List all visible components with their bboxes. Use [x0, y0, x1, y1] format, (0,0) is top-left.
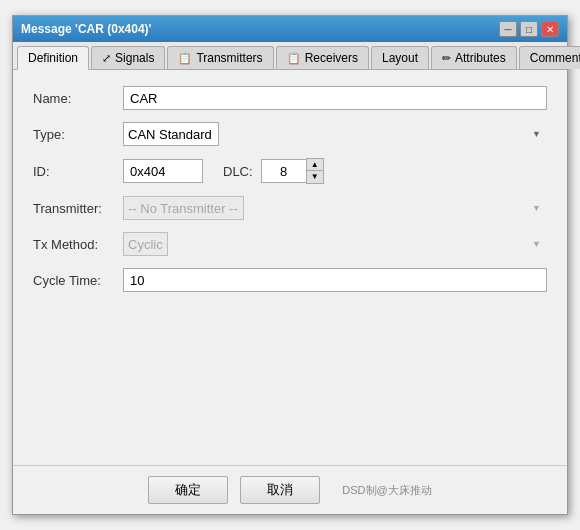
close-button[interactable]: ✕: [541, 21, 559, 37]
tab-receivers[interactable]: 📋 Receivers: [276, 46, 369, 69]
cancel-button[interactable]: 取消: [240, 476, 320, 504]
transmitter-row: Transmitter: -- No Transmitter --: [33, 196, 547, 220]
id-dlc-group: DLC: ▲ ▼: [123, 158, 324, 184]
content-area: Name: Type: CAN Standard CAN Extended J1…: [13, 70, 567, 465]
tab-layout-label: Layout: [382, 51, 418, 65]
type-select-wrapper: CAN Standard CAN Extended J1939 PG: [123, 122, 547, 146]
watermark-text: DSD制@大床推动: [342, 483, 431, 498]
tab-transmitters-label: Transmitters: [196, 51, 262, 65]
tx-method-label: Tx Method:: [33, 237, 123, 252]
tab-signals[interactable]: ⤢ Signals: [91, 46, 165, 69]
transmitter-label: Transmitter:: [33, 201, 123, 216]
tab-attributes-label: Attributes: [455, 51, 506, 65]
tx-method-row: Tx Method: Cyclic: [33, 232, 547, 256]
tx-method-select[interactable]: Cyclic: [123, 232, 168, 256]
type-row: Type: CAN Standard CAN Extended J1939 PG: [33, 122, 547, 146]
footer: 确定 取消 DSD制@大床推动: [13, 465, 567, 514]
dlc-decrement-button[interactable]: ▼: [307, 171, 323, 183]
cycle-time-input[interactable]: [123, 268, 547, 292]
cycle-time-label: Cycle Time:: [33, 273, 123, 288]
tab-definition[interactable]: Definition: [17, 46, 89, 70]
id-input[interactable]: [123, 159, 203, 183]
type-label: Type:: [33, 127, 123, 142]
name-input[interactable]: [123, 86, 547, 110]
name-label: Name:: [33, 91, 123, 106]
id-label: ID:: [33, 164, 123, 179]
maximize-button[interactable]: □: [520, 21, 538, 37]
type-select[interactable]: CAN Standard CAN Extended J1939 PG: [123, 122, 219, 146]
title-buttons: ─ □ ✕: [499, 21, 559, 37]
transmitter-select[interactable]: -- No Transmitter --: [123, 196, 244, 220]
tab-comment-label: Comment: [530, 51, 580, 65]
cycle-time-row: Cycle Time:: [33, 268, 547, 292]
id-row: ID: DLC: ▲ ▼: [33, 158, 547, 184]
title-bar: Message 'CAR (0x404)' ─ □ ✕: [13, 16, 567, 42]
dlc-input[interactable]: [261, 159, 306, 183]
tab-receivers-label: Receivers: [305, 51, 358, 65]
tab-attributes[interactable]: ✏ Attributes: [431, 46, 517, 69]
window-title: Message 'CAR (0x404)': [21, 22, 151, 36]
tab-bar: Definition ⤢ Signals 📋 Transmitters 📋 Re…: [13, 42, 567, 70]
name-row: Name:: [33, 86, 547, 110]
tab-definition-label: Definition: [28, 51, 78, 65]
signals-icon: ⤢: [102, 52, 111, 65]
dlc-spinner: ▲ ▼: [261, 158, 324, 184]
confirm-button[interactable]: 确定: [148, 476, 228, 504]
spinner-buttons: ▲ ▼: [306, 158, 324, 184]
tab-layout[interactable]: Layout: [371, 46, 429, 69]
dlc-label: DLC:: [223, 164, 253, 179]
tab-signals-label: Signals: [115, 51, 154, 65]
transmitters-icon: 📋: [178, 52, 192, 65]
dlc-increment-button[interactable]: ▲: [307, 159, 323, 171]
transmitter-select-wrapper: -- No Transmitter --: [123, 196, 547, 220]
tab-transmitters[interactable]: 📋 Transmitters: [167, 46, 273, 69]
minimize-button[interactable]: ─: [499, 21, 517, 37]
tab-comment[interactable]: Comment: [519, 46, 580, 69]
receivers-icon: 📋: [287, 52, 301, 65]
tx-method-select-wrapper: Cyclic: [123, 232, 547, 256]
attributes-icon: ✏: [442, 52, 451, 65]
main-window: Message 'CAR (0x404)' ─ □ ✕ Definition ⤢…: [12, 15, 568, 515]
